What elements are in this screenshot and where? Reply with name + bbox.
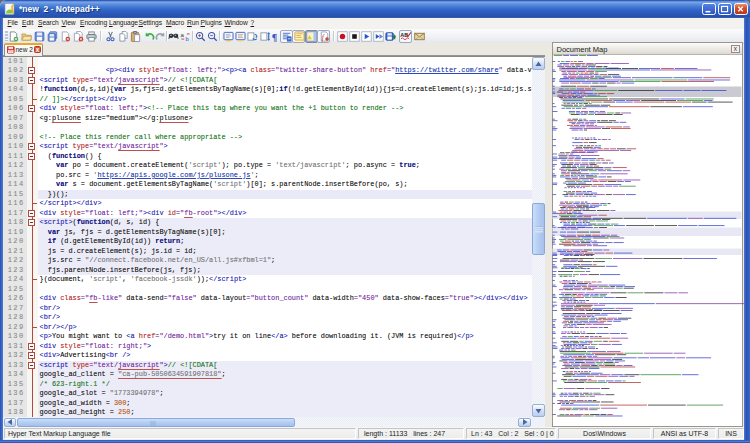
svg-text:a: a bbox=[180, 31, 184, 37]
svg-text:b: b bbox=[186, 36, 190, 42]
svg-text:¶: ¶ bbox=[272, 31, 278, 41]
